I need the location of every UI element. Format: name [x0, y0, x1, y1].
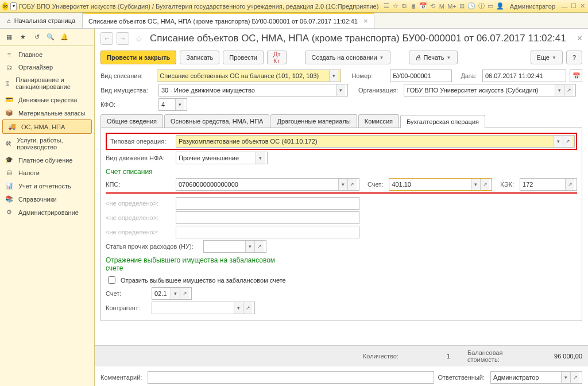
undef-input-2[interactable] — [176, 211, 359, 224]
info-icon[interactable]: ⓘ — [478, 2, 485, 11]
open-icon[interactable]: ↗ — [347, 179, 357, 190]
movement-input[interactable]: Прочее уменьшение▾ — [176, 152, 268, 164]
kek-input[interactable]: 172↗ — [520, 178, 577, 191]
nav-materials[interactable]: 📦Материальные запасы — [0, 106, 94, 119]
back-button[interactable]: ← — [100, 32, 113, 45]
close-icon[interactable]: ✕ — [579, 2, 586, 11]
calendar-icon[interactable]: 📅 — [419, 2, 427, 11]
tab-home[interactable]: ⌂ Начальная страница — [0, 13, 83, 28]
dropdown-icon[interactable]: ▾ — [175, 99, 184, 110]
forward-button[interactable]: → — [117, 32, 129, 45]
undef-input-3[interactable] — [176, 226, 359, 238]
open-icon[interactable]: ↗ — [243, 302, 252, 314]
create-based-button[interactable]: Создать на основании▼ — [305, 51, 390, 64]
toolbar-icon[interactable]: ☆ — [392, 2, 399, 11]
toolbar-icon[interactable]: ☰ — [383, 2, 390, 11]
nav-organizer[interactable]: 🗂Органайзер — [0, 61, 94, 74]
more-button[interactable]: Еще▼ — [531, 51, 563, 64]
star-icon[interactable]: ☆ — [135, 33, 143, 44]
dropdown-icon[interactable]: ▾ — [336, 84, 345, 96]
clock-icon[interactable]: 🕓 — [467, 2, 475, 11]
dropdown-icon[interactable]: ▾ — [171, 288, 180, 299]
comment-input[interactable] — [148, 371, 434, 384]
toolbar-icon[interactable]: ⊞ — [459, 2, 466, 11]
dropdown-icon[interactable]: ▾ — [256, 152, 265, 164]
star-icon[interactable]: ★ — [18, 33, 28, 42]
account-input[interactable]: 401.10▾↗ — [389, 178, 492, 191]
help-button[interactable]: ? — [566, 51, 582, 64]
responsible-input[interactable]: Администратор▾↗ — [490, 371, 582, 384]
offbal-account-input[interactable]: 02.1▾↗ — [152, 287, 192, 300]
property-type-input[interactable]: 30 - Иное движимое имущество▾ — [158, 84, 348, 96]
menu-icon: ≡ — [5, 51, 14, 58]
reports-icon: 📊 — [5, 182, 14, 190]
tab-precious[interactable]: Драгоценные материалы — [270, 114, 357, 128]
offbalance-checkbox[interactable] — [108, 276, 115, 284]
nav-admin[interactable]: ⚙Администрирование — [0, 206, 94, 219]
org-input[interactable]: ГОБУ ВПО Университет искусств (Субсидия)… — [404, 84, 576, 96]
tab-accounting[interactable]: Бухгалтерская операция — [400, 115, 485, 128]
nav-cash[interactable]: 💳Денежные средства — [0, 93, 94, 106]
undef-input-1[interactable] — [176, 197, 359, 210]
typical-op-input[interactable]: Разукомплектование объектов ОС (401.10.1… — [176, 135, 575, 148]
dropdown-icon[interactable]: ▾ — [561, 372, 570, 383]
dropdown-icon[interactable]: ▾ — [338, 179, 347, 190]
calc-icon[interactable]: 🖩 — [410, 2, 417, 11]
toolbar-icon[interactable]: ⟲ — [430, 2, 436, 11]
ruler-icon[interactable]: ▭ — [487, 2, 494, 11]
nav-services[interactable]: 🛠Услуги, работы, производство — [0, 134, 94, 153]
nav-education[interactable]: 🎓Платное обучение — [0, 153, 94, 167]
dropdown-icon[interactable]: ▾ — [555, 84, 564, 96]
post-button[interactable]: Провести — [223, 51, 264, 64]
save-button[interactable]: Записать — [180, 51, 219, 64]
tab-close-icon[interactable]: × — [363, 17, 368, 25]
open-icon[interactable]: ↗ — [565, 179, 574, 190]
nav-planning[interactable]: 🗓Планирование и санкционирование — [0, 74, 94, 93]
kfo-input[interactable]: 4▾ — [158, 98, 187, 111]
date-input[interactable]: 06.07.2017 11:02:41 — [482, 70, 566, 82]
tab-commission[interactable]: Комиссия — [358, 114, 399, 128]
maximize-icon[interactable]: ☐ — [570, 2, 577, 11]
nav-main[interactable]: ≡Главное — [0, 48, 94, 61]
nav-catalogs[interactable]: 📚Справочники — [0, 192, 94, 206]
dropdown-icon[interactable]: ▾ — [329, 70, 338, 82]
kps-input[interactable]: 07060000000000000▾↗ — [176, 178, 359, 191]
app-menu-dropdown[interactable]: ▾ — [10, 2, 17, 10]
dropdown-icon[interactable]: ▾ — [245, 241, 254, 252]
nav-taxes[interactable]: 🏛Налоги — [0, 167, 94, 179]
dtkt-button[interactable]: ДтКт — [267, 51, 287, 64]
nav-label: Учет и отчетность — [18, 183, 71, 190]
tab-general[interactable]: Общие сведения — [100, 114, 163, 128]
open-icon[interactable]: ↗ — [480, 179, 489, 190]
date-picker-button[interactable]: 📅 — [570, 70, 582, 82]
post-close-button[interactable]: Провести и закрыть — [100, 51, 176, 64]
open-icon[interactable]: ↗ — [564, 84, 573, 96]
tab-document[interactable]: Списание объектов ОС, НМА, НПА (кроме тр… — [83, 13, 374, 28]
undef-label: <не определено>: — [106, 229, 170, 236]
number-input[interactable]: БУ00-000001 — [390, 70, 451, 82]
tab-assets[interactable]: Основные средства, НМА, НПА — [164, 114, 269, 128]
search-icon[interactable]: 🔍 — [46, 33, 55, 42]
open-icon[interactable]: ↗ — [570, 372, 579, 383]
open-icon[interactable]: ↗ — [180, 288, 189, 299]
apps-icon[interactable]: ▦ — [5, 33, 14, 42]
open-icon[interactable]: ↗ — [563, 136, 572, 147]
nav-reports[interactable]: 📊Учет и отчетность — [0, 179, 94, 192]
nav-assets[interactable]: 🚚ОС, НМА, НПА — [2, 119, 92, 134]
dropdown-icon[interactable]: ▾ — [234, 302, 243, 314]
toolbar-icon[interactable]: M — [439, 2, 446, 11]
open-icon[interactable]: ↗ — [254, 241, 264, 252]
minimize-icon[interactable]: — — [561, 2, 568, 11]
writeoff-type-input[interactable]: Списание собственных ОС на балансе (101,… — [157, 70, 341, 82]
dropdown-icon[interactable]: ▾ — [471, 179, 480, 190]
toolbar-icon[interactable]: M+ — [447, 2, 457, 11]
expense-input[interactable]: ▾↗ — [203, 240, 266, 253]
toolbar-icon[interactable]: ⧉ — [401, 2, 408, 11]
bell-icon[interactable]: 🔔 — [60, 33, 69, 42]
close-panel-icon[interactable]: × — [577, 33, 582, 44]
history-icon[interactable]: ↺ — [32, 33, 41, 42]
dropdown-icon[interactable]: ▾ — [554, 136, 563, 147]
counterparty-input[interactable]: ▾↗ — [152, 302, 255, 314]
print-button[interactable]: 🖨 Печать▼ — [409, 51, 458, 64]
nav-label: Справочники — [18, 196, 57, 203]
